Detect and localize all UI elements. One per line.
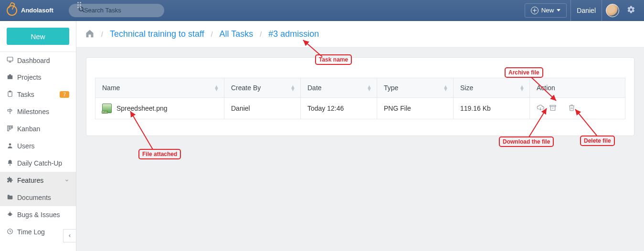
breadcrumb-separator: /: [260, 31, 262, 38]
brand-name: Andolasoft: [21, 7, 53, 14]
archive-icon[interactable]: [549, 104, 557, 113]
cell-size: 119.16 Kb: [454, 98, 530, 119]
avatar[interactable]: [606, 4, 619, 17]
username[interactable]: Daniel: [570, 0, 602, 21]
annotation-delete-file: Delete file: [580, 136, 615, 146]
svg-rect-5: [8, 75, 13, 79]
svg-point-14: [9, 212, 12, 216]
sidebar-item-label: Bugs & Issues: [17, 211, 60, 219]
gear-icon[interactable]: [627, 5, 635, 15]
new-top-button[interactable]: New: [525, 3, 567, 18]
cell-type: PNG File: [377, 98, 454, 119]
bell-icon: [7, 159, 17, 167]
svg-point-13: [10, 164, 11, 165]
sidebar-item-dashboard[interactable]: Dashboard: [0, 52, 76, 69]
sidebar-item-documents[interactable]: Documents: [0, 189, 76, 206]
sidebar-item-projects[interactable]: Projects: [0, 69, 76, 86]
sidebar-new-button[interactable]: New: [7, 28, 69, 45]
sidebar-item-kanban[interactable]: Kanban: [0, 120, 76, 137]
svg-line-1: [83, 10, 84, 12]
sort-icon: ▲▼: [443, 85, 448, 91]
delete-icon[interactable]: [568, 104, 575, 113]
sidebar: New Dashboard Projects Tasks 7 Milestone…: [0, 21, 76, 251]
annotation-file-attached: File attached: [138, 149, 181, 159]
sidebar-item-bugs-issues[interactable]: Bugs & Issues: [0, 206, 76, 223]
chevron-down-icon: [557, 9, 560, 11]
th-date[interactable]: Date▲▼: [301, 78, 377, 98]
svg-point-12: [9, 143, 11, 146]
file-name[interactable]: Spreedsheet.png: [116, 105, 168, 112]
sidebar-item-daily-catchup[interactable]: Daily Catch-Up: [0, 155, 76, 172]
crumb-task[interactable]: #3 admission: [268, 29, 319, 39]
folder-icon: [7, 194, 17, 202]
columns-icon: [7, 125, 17, 133]
tasks-badge: 7: [60, 91, 69, 98]
files-table: Name▲▼ Create By▲▼ Date▲▼ Type▲▼ Size▲▼ …: [95, 78, 625, 119]
sidebar-item-label: Milestones: [17, 108, 49, 115]
sort-icon: ▲▼: [290, 85, 296, 91]
sidebar-item-features[interactable]: Features: [0, 172, 76, 189]
th-size[interactable]: Size▲▼: [454, 78, 530, 98]
breadcrumb: / Technical training to staff / All Task…: [76, 21, 644, 48]
crumb-project[interactable]: Technical training to staff: [110, 29, 204, 39]
th-action: Action: [530, 78, 625, 98]
svg-rect-9: [8, 126, 9, 131]
brand-logo[interactable]: Andolasoft: [7, 5, 53, 16]
sidebar-item-label: Dashboard: [17, 57, 50, 64]
sidebar-item-tasks[interactable]: Tasks 7: [0, 86, 76, 103]
sidebar-item-label: Users: [17, 142, 35, 150]
sort-icon: ▲▼: [214, 85, 219, 91]
th-name[interactable]: Name▲▼: [95, 78, 224, 98]
file-type-icon: [102, 104, 112, 113]
clock-icon: [7, 228, 17, 236]
sidebar-item-label: Kanban: [17, 125, 40, 133]
topbar: Andolasoft New Daniel: [0, 0, 644, 21]
plus-circle-icon: [531, 7, 538, 14]
cell-name: Spreedsheet.png: [95, 98, 224, 119]
download-icon[interactable]: [537, 104, 544, 113]
home-icon[interactable]: [85, 29, 95, 40]
breadcrumb-separator: /: [211, 31, 213, 38]
sidebar-item-label: Tasks: [17, 91, 34, 98]
breadcrumb-separator: /: [101, 31, 103, 38]
monitor-icon: [7, 56, 17, 64]
user-icon: [7, 142, 17, 150]
sidebar-item-label: Time Log: [17, 228, 45, 236]
sidebar-item-label: Daily Catch-Up: [17, 159, 62, 167]
puzzle-icon: [7, 177, 17, 185]
cell-date: Today 12:46: [301, 98, 377, 119]
topbar-right: New Daniel: [525, 0, 639, 21]
logo-icon: [7, 5, 17, 16]
clipboard-icon: [7, 91, 17, 99]
search-wrap: [69, 4, 164, 17]
th-createby[interactable]: Create By▲▼: [224, 78, 301, 98]
cell-action: [530, 98, 625, 119]
svg-rect-19: [550, 105, 556, 106]
sidebar-item-milestones[interactable]: Milestones: [0, 103, 76, 120]
crumb-section[interactable]: All Tasks: [220, 29, 253, 39]
table-row: Spreedsheet.png Daniel Today 12:46 PNG F…: [95, 98, 625, 119]
svg-rect-11: [11, 126, 12, 128]
main-area: / Technical training to staff / All Task…: [76, 21, 644, 251]
sort-icon: ▲▼: [367, 85, 372, 91]
signpost-icon: [7, 108, 17, 116]
briefcase-icon: [7, 73, 17, 82]
new-top-label: New: [541, 7, 554, 14]
content-card: Name▲▼ Create By▲▼ Date▲▼ Type▲▼ Size▲▼ …: [86, 57, 634, 136]
svg-rect-10: [10, 126, 11, 129]
bug-icon: [7, 211, 17, 219]
sidebar-item-label: Features: [17, 177, 43, 184]
sidebar-item-users[interactable]: Users: [0, 137, 76, 155]
annotation-download-file: Download the file: [499, 136, 554, 147]
sidebar-collapse-button[interactable]: [63, 229, 76, 242]
th-type[interactable]: Type▲▼: [377, 78, 454, 98]
sidebar-item-label: Documents: [17, 194, 51, 201]
sort-icon: ▲▼: [519, 85, 525, 91]
cell-createby: Daniel: [224, 98, 301, 119]
svg-rect-2: [7, 57, 13, 61]
chevron-down-icon: [64, 177, 69, 184]
sidebar-item-label: Projects: [17, 73, 42, 81]
